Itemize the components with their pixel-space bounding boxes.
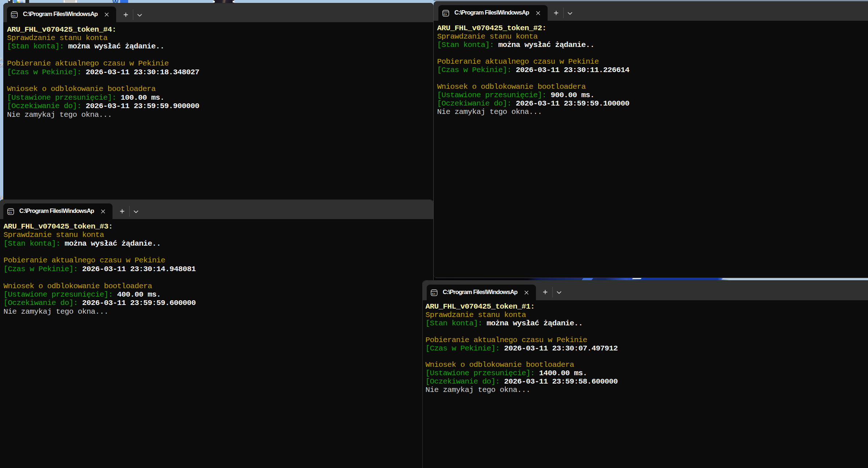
svg-text:C:\: C:\ [8, 211, 12, 214]
svg-text:C:\: C:\ [432, 292, 435, 296]
svg-text:C:\: C:\ [12, 14, 15, 17]
svg-text:C:\: C:\ [443, 13, 447, 16]
